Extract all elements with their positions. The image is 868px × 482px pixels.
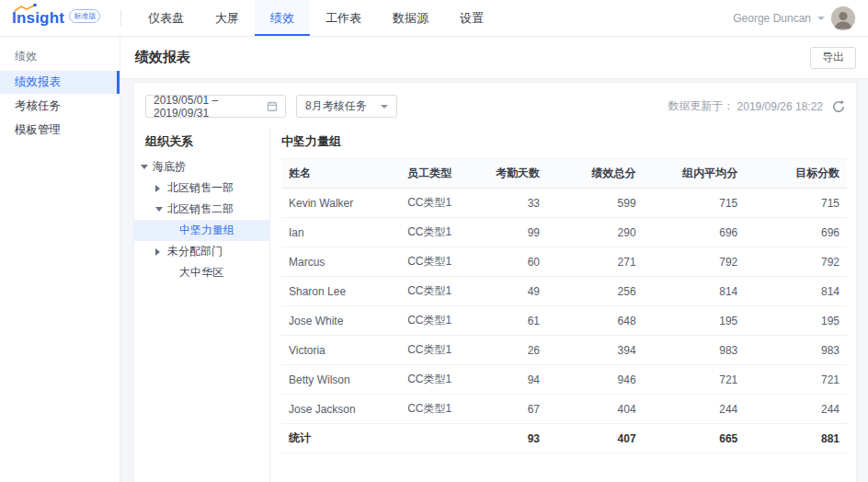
cell-name: Marcus bbox=[281, 247, 400, 277]
table-row: Jose Jackson CC类型1 67 404 244 244 bbox=[281, 395, 847, 424]
cell-days: 49 bbox=[474, 277, 547, 306]
nav-item-dashboard[interactable]: 仪表盘 bbox=[132, 0, 200, 36]
table-row: Ian CC类型1 99 290 696 696 bbox=[281, 218, 847, 247]
cell-type: CC类型1 bbox=[400, 189, 474, 218]
refresh-button[interactable] bbox=[832, 100, 845, 113]
cell-score: 404 bbox=[547, 395, 644, 424]
avatar-image bbox=[831, 6, 855, 30]
tree-node-haidilao[interactable]: 海底捞 bbox=[134, 156, 269, 178]
main-area: 绩效报表 导出 2019/05/01 – 2019/09/31 bbox=[120, 37, 868, 482]
cell-target: 983 bbox=[745, 336, 847, 365]
cell-score: 290 bbox=[547, 218, 644, 247]
summary-label: 统计 bbox=[281, 424, 400, 453]
cell-name: Jose Jackson bbox=[281, 395, 400, 424]
summary-target: 881 bbox=[745, 424, 847, 453]
tree-node-core-force-group[interactable]: 中坚力量组 bbox=[134, 220, 269, 241]
page-title: 绩效报表 bbox=[135, 49, 190, 66]
tree-node-unassigned-dept[interactable]: 未分配部门 bbox=[134, 241, 269, 262]
user-name: George Duncan bbox=[733, 12, 811, 25]
table-row: Victoria CC类型1 26 394 983 983 bbox=[281, 336, 847, 365]
task-select-value: 8月考核任务 bbox=[305, 98, 367, 114]
sidebar-item-assessment-task[interactable]: 考核任务 bbox=[0, 95, 120, 118]
cell-type: CC类型1 bbox=[400, 277, 474, 306]
data-updated-info: 数据更新于： 2019/09/26 18:22 bbox=[668, 98, 845, 114]
table-row: Jose White CC类型1 61 648 195 195 bbox=[281, 306, 847, 336]
updated-label: 数据更新于： bbox=[668, 98, 735, 114]
cell-days: 94 bbox=[474, 365, 547, 395]
cell-avg: 814 bbox=[644, 277, 746, 306]
cell-days: 99 bbox=[474, 218, 547, 247]
cell-type: CC类型1 bbox=[400, 336, 474, 365]
caret-expanded-icon[interactable] bbox=[155, 207, 167, 212]
export-button[interactable]: 导出 bbox=[810, 47, 856, 69]
cell-target: 696 bbox=[745, 218, 847, 247]
user-menu[interactable]: George Duncan bbox=[733, 6, 868, 30]
nav-item-performance[interactable]: 绩效 bbox=[255, 0, 310, 36]
cell-target: 814 bbox=[745, 277, 847, 306]
sidebar: 绩效 绩效报表 考核任务 模板管理 bbox=[0, 37, 120, 482]
cell-name: Jose White bbox=[281, 306, 400, 336]
cell-name: Kevin Walker bbox=[281, 189, 400, 218]
cell-target: 721 bbox=[745, 365, 847, 395]
cell-avg: 715 bbox=[644, 189, 746, 218]
tree-node-north-sales-2[interactable]: 北区销售二部 bbox=[134, 199, 269, 220]
cell-score: 256 bbox=[547, 277, 644, 306]
nav-item-worksheet[interactable]: 工作表 bbox=[310, 0, 377, 36]
logo-chart-line-icon bbox=[13, 4, 40, 13]
org-tree-panel: 组织关系 海底捞 北区销售一部 北区销售二部 bbox=[134, 128, 270, 482]
edition-badge: 标准版 bbox=[69, 9, 100, 23]
brand-logo: Insight 标准版 bbox=[0, 0, 120, 36]
cell-type: CC类型1 bbox=[400, 306, 474, 336]
table-row: Betty Wilson CC类型1 94 946 721 721 bbox=[281, 365, 847, 395]
column-header-attendance-days: 考勤天数 bbox=[474, 159, 547, 189]
cell-days: 33 bbox=[474, 189, 547, 218]
cell-name: Sharon Lee bbox=[281, 277, 400, 306]
avatar[interactable] bbox=[831, 6, 855, 30]
content-columns: 组织关系 海底捞 北区销售一部 北区销售二部 bbox=[134, 128, 856, 482]
page-header: 绩效报表 导出 bbox=[120, 37, 868, 79]
cell-avg: 983 bbox=[644, 336, 746, 365]
task-select[interactable]: 8月考核任务 bbox=[296, 95, 397, 118]
cell-avg: 244 bbox=[644, 395, 746, 424]
caret-collapsed-icon[interactable] bbox=[155, 185, 167, 192]
column-header-group-average: 组内平均分 bbox=[644, 159, 746, 189]
cell-target: 244 bbox=[745, 395, 847, 424]
chevron-down-icon bbox=[817, 17, 825, 20]
table-row: Sharon Lee CC类型1 49 256 814 814 bbox=[281, 277, 847, 306]
cell-target: 715 bbox=[745, 189, 847, 218]
nav-item-settings[interactable]: 设置 bbox=[444, 0, 499, 36]
caret-collapsed-icon[interactable] bbox=[155, 248, 167, 256]
content-card: 2019/05/01 – 2019/09/31 8月考核任务 数据 bbox=[133, 82, 857, 482]
summary-days: 93 bbox=[474, 424, 547, 453]
cell-avg: 721 bbox=[644, 365, 746, 395]
table-title: 中坚力量组 bbox=[281, 130, 847, 158]
sidebar-section-label: 绩效 bbox=[0, 45, 120, 67]
nav-item-datasource[interactable]: 数据源 bbox=[377, 0, 444, 36]
cell-days: 61 bbox=[474, 306, 547, 336]
tree-node-greater-china[interactable]: 大中华区 bbox=[134, 262, 269, 283]
sidebar-item-performance-report[interactable]: 绩效报表 bbox=[0, 71, 120, 94]
table-header-row: 姓名 员工类型 考勤天数 绩效总分 组内平均分 目标分数 bbox=[281, 159, 847, 189]
summary-avg: 665 bbox=[644, 424, 746, 453]
cell-name: Ian bbox=[281, 218, 400, 247]
nav-divider bbox=[120, 10, 121, 27]
column-header-employee-type: 员工类型 bbox=[400, 159, 474, 189]
tree-node-north-sales-1[interactable]: 北区销售一部 bbox=[134, 178, 269, 199]
caret-expanded-icon[interactable] bbox=[141, 165, 153, 169]
nav-item-bigscreen[interactable]: 大屏 bbox=[200, 0, 255, 36]
content-background: 2019/05/01 – 2019/09/31 8月考核任务 数据 bbox=[120, 79, 868, 482]
cell-days: 60 bbox=[474, 247, 547, 277]
cell-score: 271 bbox=[547, 247, 644, 277]
column-header-target-score: 目标分数 bbox=[745, 159, 847, 189]
date-range-value: 2019/05/01 – 2019/09/31 bbox=[154, 94, 267, 120]
cell-type: CC类型1 bbox=[400, 218, 474, 247]
cell-avg: 792 bbox=[644, 247, 746, 277]
date-range-picker[interactable]: 2019/05/01 – 2019/09/31 bbox=[145, 95, 286, 118]
main-nav: 仪表盘 大屏 绩效 工作表 数据源 设置 bbox=[132, 0, 499, 36]
performance-table: 姓名 员工类型 考勤天数 绩效总分 组内平均分 目标分数 bbox=[281, 158, 847, 453]
cell-type: CC类型1 bbox=[400, 395, 474, 424]
report-table-panel: 中坚力量组 姓名 员工类型 考勤天数 bbox=[270, 128, 856, 482]
top-nav: Insight 标准版 仪表盘 大屏 绩效 工作表 数据源 设置 George … bbox=[0, 0, 868, 37]
cell-name: Betty Wilson bbox=[281, 365, 400, 395]
sidebar-item-template-management[interactable]: 模板管理 bbox=[0, 119, 120, 142]
